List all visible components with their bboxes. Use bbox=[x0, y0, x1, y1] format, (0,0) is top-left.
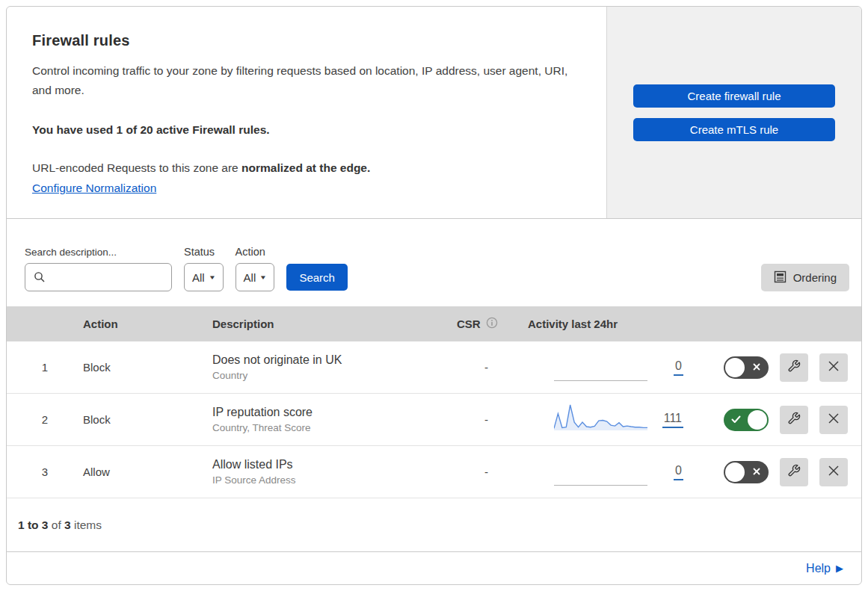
search-group: Search description... bbox=[25, 247, 172, 291]
status-filter-value: All bbox=[192, 271, 205, 284]
rule-description: Allow listed IPs bbox=[212, 457, 451, 473]
status-label: Status bbox=[184, 246, 224, 258]
rule-action: Allow bbox=[83, 465, 212, 478]
edit-rule-button[interactable] bbox=[780, 353, 808, 382]
description-column-header: Description bbox=[212, 318, 451, 330]
rule-activity-cell: 0 bbox=[522, 446, 695, 498]
page-title: Firewall rules bbox=[32, 32, 576, 49]
close-icon bbox=[827, 359, 840, 375]
activity-sparkline-flat bbox=[554, 469, 647, 486]
status-filter-group: Status All ▼ bbox=[184, 246, 224, 291]
normalization-note-bold: normalized at the edge. bbox=[241, 161, 370, 174]
chevron-down-icon: ▼ bbox=[208, 274, 215, 281]
firewall-rules-card: Firewall rules Control incoming traffic … bbox=[6, 6, 862, 585]
rule-priority: 3 bbox=[7, 465, 83, 478]
create-mtls-rule-button[interactable]: Create mTLS rule bbox=[633, 118, 835, 141]
normalization-note-text: URL-encoded Requests to this zone are bbox=[32, 161, 241, 174]
activity-count-link[interactable]: 111 bbox=[662, 412, 683, 428]
rule-priority: 1 bbox=[7, 361, 83, 374]
status-filter-dropdown[interactable]: All ▼ bbox=[184, 263, 224, 291]
action-filter-group: Action All ▼ bbox=[236, 246, 275, 291]
delete-rule-button[interactable] bbox=[819, 458, 848, 486]
rule-controls bbox=[695, 458, 861, 486]
rule-csr-value: - bbox=[451, 361, 522, 374]
help-link[interactable]: Help ▶ bbox=[806, 562, 843, 575]
table-row: 2 Block IP reputation score Country, Thr… bbox=[7, 394, 861, 446]
rule-enable-toggle[interactable] bbox=[724, 409, 769, 431]
rule-enable-toggle[interactable] bbox=[724, 461, 769, 483]
rule-activity-cell: 0 bbox=[522, 341, 695, 393]
ordering-button[interactable]: Ordering bbox=[761, 264, 849, 291]
toggle-off-x-icon bbox=[752, 465, 761, 478]
toggle-on-check-icon bbox=[731, 413, 741, 426]
rule-description-cell: Does not originate in UK Country bbox=[212, 352, 451, 383]
intro-section: Firewall rules Control incoming traffic … bbox=[7, 7, 861, 219]
rule-fields: IP Source Address bbox=[212, 473, 451, 487]
ordering-button-label: Ordering bbox=[793, 271, 837, 284]
table-row: 1 Block Does not originate in UK Country… bbox=[7, 341, 861, 394]
rule-csr-value: - bbox=[451, 413, 522, 426]
search-input[interactable] bbox=[25, 263, 172, 291]
search-button[interactable]: Search bbox=[286, 264, 348, 291]
activity-count-link[interactable]: 0 bbox=[674, 464, 683, 480]
pagination-summary: 1 to 3 of 3 items bbox=[7, 498, 861, 552]
rule-description: Does not originate in UK bbox=[212, 352, 451, 368]
edit-rule-button[interactable] bbox=[780, 406, 808, 434]
csr-column-header: CSR bbox=[451, 317, 522, 331]
delete-rule-button[interactable] bbox=[819, 353, 848, 382]
table-header-row: Action Description CSR Activity last 24h… bbox=[7, 306, 861, 341]
action-column-header: Action bbox=[83, 318, 212, 330]
normalization-note: URL-encoded Requests to this zone are no… bbox=[32, 158, 576, 178]
rule-priority: 2 bbox=[7, 413, 83, 426]
pagination-total: 3 bbox=[64, 519, 71, 531]
action-filter-value: All bbox=[244, 271, 256, 284]
rule-fields: Country, Threat Score bbox=[212, 421, 451, 435]
rule-controls bbox=[695, 406, 861, 434]
activity-sparkline-flat bbox=[554, 365, 647, 381]
rule-fields: Country bbox=[212, 368, 451, 383]
delete-rule-button[interactable] bbox=[819, 406, 848, 434]
help-section: Help ▶ bbox=[7, 552, 861, 584]
usage-summary: You have used 1 of 20 active Firewall ru… bbox=[32, 120, 576, 140]
rule-action: Block bbox=[83, 361, 212, 374]
activity-sparkline bbox=[554, 405, 647, 435]
pagination-items: items bbox=[71, 519, 102, 531]
rule-csr-value: - bbox=[451, 465, 522, 478]
edit-rule-button[interactable] bbox=[780, 458, 808, 486]
toggle-knob bbox=[725, 358, 745, 377]
rule-enable-toggle[interactable] bbox=[724, 356, 769, 379]
action-filter-dropdown[interactable]: All ▼ bbox=[236, 263, 275, 291]
rule-description-cell: IP reputation score Country, Threat Scor… bbox=[212, 404, 451, 435]
rule-activity-cell: 111 bbox=[522, 394, 695, 445]
arrow-right-icon: ▶ bbox=[836, 563, 843, 573]
toggle-knob bbox=[725, 462, 745, 482]
page-description: Control incoming traffic to your zone by… bbox=[32, 61, 576, 100]
search-label: Search description... bbox=[25, 247, 172, 258]
wrench-icon bbox=[787, 464, 801, 480]
rule-controls bbox=[695, 353, 861, 382]
action-label: Action bbox=[236, 246, 275, 258]
create-firewall-rule-button[interactable]: Create firewall rule bbox=[633, 84, 835, 108]
configure-normalization-link[interactable]: Configure Normalization bbox=[32, 182, 156, 195]
activity-column-header: Activity last 24hr bbox=[522, 318, 695, 330]
activity-count-link[interactable]: 0 bbox=[674, 359, 683, 376]
close-icon bbox=[827, 412, 840, 427]
help-link-label: Help bbox=[806, 562, 831, 575]
rule-action: Block bbox=[83, 413, 212, 426]
toggle-knob bbox=[748, 410, 767, 430]
filter-bar: Search description... Status All ▼ Actio… bbox=[7, 219, 861, 306]
chevron-down-icon: ▼ bbox=[259, 274, 267, 281]
table-row: 3 Allow Allow listed IPs IP Source Addre… bbox=[7, 446, 861, 498]
ordering-list-icon bbox=[774, 270, 787, 285]
toggle-off-x-icon bbox=[752, 361, 761, 374]
search-icon bbox=[34, 271, 46, 286]
intro-text-block: Firewall rules Control incoming traffic … bbox=[7, 7, 606, 218]
rule-description-cell: Allow listed IPs IP Source Address bbox=[212, 457, 451, 487]
rule-description: IP reputation score bbox=[212, 404, 451, 421]
create-actions-panel: Create firewall rule Create mTLS rule bbox=[606, 7, 861, 218]
close-icon bbox=[827, 464, 840, 480]
info-icon[interactable] bbox=[486, 317, 498, 331]
wrench-icon bbox=[787, 359, 801, 375]
pagination-of: of bbox=[48, 519, 64, 531]
csr-column-label: CSR bbox=[457, 318, 481, 330]
